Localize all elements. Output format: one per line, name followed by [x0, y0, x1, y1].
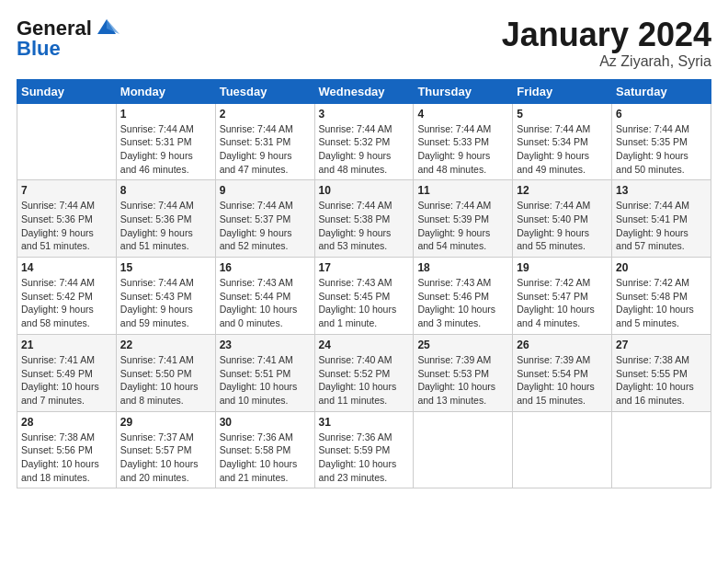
calendar-cell: 13Sunrise: 7:44 AMSunset: 5:41 PMDayligh…	[612, 180, 711, 258]
day-info: Sunrise: 7:44 AMSunset: 5:42 PMDaylight:…	[21, 277, 95, 328]
calendar-cell: 31Sunrise: 7:36 AMSunset: 5:59 PMDayligh…	[314, 411, 414, 488]
day-info: Sunrise: 7:43 AMSunset: 5:46 PMDaylight:…	[417, 277, 495, 328]
day-number: 6	[616, 108, 707, 121]
day-number: 19	[517, 261, 608, 274]
day-info: Sunrise: 7:44 AMSunset: 5:41 PMDaylight:…	[616, 200, 689, 251]
day-number: 7	[21, 184, 112, 197]
calendar-cell: 14Sunrise: 7:44 AMSunset: 5:42 PMDayligh…	[17, 258, 117, 335]
day-number: 22	[120, 339, 211, 351]
day-info: Sunrise: 7:44 AMSunset: 5:33 PMDaylight:…	[417, 123, 491, 175]
calendar-cell: 8Sunrise: 7:44 AMSunset: 5:36 PMDaylight…	[116, 180, 215, 258]
calendar-cell: 19Sunrise: 7:42 AMSunset: 5:47 PMDayligh…	[513, 258, 612, 335]
day-info: Sunrise: 7:36 AMSunset: 5:59 PMDaylight:…	[319, 431, 397, 483]
calendar-cell: 23Sunrise: 7:41 AMSunset: 5:51 PMDayligh…	[215, 334, 314, 411]
day-info: Sunrise: 7:44 AMSunset: 5:36 PMDaylight:…	[21, 200, 95, 251]
calendar-cell: 21Sunrise: 7:41 AMSunset: 5:49 PMDayligh…	[17, 334, 117, 411]
calendar-cell: 7Sunrise: 7:44 AMSunset: 5:36 PMDaylight…	[17, 180, 117, 258]
day-number: 21	[21, 339, 112, 351]
day-info: Sunrise: 7:42 AMSunset: 5:48 PMDaylight:…	[616, 277, 694, 328]
col-header-tuesday: Tuesday	[215, 79, 314, 103]
calendar-cell: 11Sunrise: 7:44 AMSunset: 5:39 PMDayligh…	[414, 180, 513, 258]
day-info: Sunrise: 7:39 AMSunset: 5:54 PMDaylight:…	[517, 354, 595, 406]
day-info: Sunrise: 7:41 AMSunset: 5:49 PMDaylight:…	[21, 354, 99, 406]
calendar-cell: 5Sunrise: 7:44 AMSunset: 5:34 PMDaylight…	[513, 103, 612, 180]
day-info: Sunrise: 7:36 AMSunset: 5:58 PMDaylight:…	[220, 431, 298, 483]
day-info: Sunrise: 7:43 AMSunset: 5:45 PMDaylight:…	[319, 277, 397, 328]
day-number: 13	[616, 184, 707, 197]
day-number: 26	[517, 339, 608, 351]
col-header-wednesday: Wednesday	[314, 79, 414, 103]
day-info: Sunrise: 7:44 AMSunset: 5:40 PMDaylight:…	[517, 200, 590, 251]
day-info: Sunrise: 7:41 AMSunset: 5:50 PMDaylight:…	[120, 354, 199, 406]
day-info: Sunrise: 7:39 AMSunset: 5:53 PMDaylight:…	[417, 354, 495, 406]
day-info: Sunrise: 7:42 AMSunset: 5:47 PMDaylight:…	[517, 277, 595, 328]
calendar-cell	[513, 411, 612, 488]
logo: General Blue	[17, 17, 119, 61]
calendar-cell: 6Sunrise: 7:44 AMSunset: 5:35 PMDaylight…	[612, 103, 711, 180]
calendar-cell: 27Sunrise: 7:38 AMSunset: 5:55 PMDayligh…	[612, 334, 711, 411]
day-number: 18	[417, 261, 508, 274]
calendar-cell	[17, 103, 117, 180]
day-number: 27	[616, 339, 707, 351]
calendar-cell: 3Sunrise: 7:44 AMSunset: 5:32 PMDaylight…	[314, 103, 414, 180]
calendar-cell: 18Sunrise: 7:43 AMSunset: 5:46 PMDayligh…	[414, 258, 513, 335]
day-number: 24	[319, 339, 410, 351]
calendar-cell: 10Sunrise: 7:44 AMSunset: 5:38 PMDayligh…	[314, 180, 414, 258]
calendar-cell: 26Sunrise: 7:39 AMSunset: 5:54 PMDayligh…	[513, 334, 612, 411]
day-info: Sunrise: 7:37 AMSunset: 5:57 PMDaylight:…	[120, 431, 199, 483]
day-number: 20	[616, 261, 707, 274]
calendar-cell: 15Sunrise: 7:44 AMSunset: 5:43 PMDayligh…	[116, 258, 215, 335]
day-number: 5	[517, 108, 608, 121]
calendar-cell: 12Sunrise: 7:44 AMSunset: 5:40 PMDayligh…	[513, 180, 612, 258]
day-info: Sunrise: 7:44 AMSunset: 5:31 PMDaylight:…	[220, 123, 293, 175]
day-number: 31	[319, 416, 410, 429]
day-info: Sunrise: 7:44 AMSunset: 5:32 PMDaylight:…	[319, 123, 392, 175]
day-number: 1	[120, 108, 211, 121]
calendar-cell: 2Sunrise: 7:44 AMSunset: 5:31 PMDaylight…	[215, 103, 314, 180]
day-number: 23	[220, 339, 311, 351]
day-number: 10	[319, 184, 410, 197]
day-info: Sunrise: 7:44 AMSunset: 5:34 PMDaylight:…	[517, 123, 590, 175]
day-number: 28	[21, 416, 112, 429]
day-number: 14	[21, 261, 112, 274]
col-header-friday: Friday	[513, 79, 612, 103]
day-number: 11	[417, 184, 508, 197]
header: General Blue January 2024 Az Ziyarah, Sy…	[17, 17, 711, 70]
calendar-cell: 1Sunrise: 7:44 AMSunset: 5:31 PMDaylight…	[116, 103, 215, 180]
day-number: 4	[417, 108, 508, 121]
day-number: 29	[120, 416, 211, 429]
day-info: Sunrise: 7:44 AMSunset: 5:39 PMDaylight:…	[417, 200, 491, 251]
day-info: Sunrise: 7:44 AMSunset: 5:36 PMDaylight:…	[120, 200, 194, 251]
calendar-cell: 25Sunrise: 7:39 AMSunset: 5:53 PMDayligh…	[414, 334, 513, 411]
col-header-monday: Monday	[116, 79, 215, 103]
day-info: Sunrise: 7:38 AMSunset: 5:56 PMDaylight:…	[21, 431, 99, 483]
col-header-sunday: Sunday	[17, 79, 117, 103]
title-area: January 2024 Az Ziyarah, Syria	[502, 17, 711, 70]
day-number: 15	[120, 261, 211, 274]
day-number: 8	[120, 184, 211, 197]
day-info: Sunrise: 7:44 AMSunset: 5:35 PMDaylight:…	[616, 123, 689, 175]
day-info: Sunrise: 7:38 AMSunset: 5:55 PMDaylight:…	[616, 354, 694, 406]
day-info: Sunrise: 7:44 AMSunset: 5:43 PMDaylight:…	[120, 277, 194, 328]
calendar-cell	[612, 411, 711, 488]
page-container: General Blue January 2024 Az Ziyarah, Sy…	[0, 0, 728, 498]
calendar-cell: 17Sunrise: 7:43 AMSunset: 5:45 PMDayligh…	[314, 258, 414, 335]
logo-blue: Blue	[17, 37, 61, 61]
calendar-cell: 29Sunrise: 7:37 AMSunset: 5:57 PMDayligh…	[116, 411, 215, 488]
location-subtitle: Az Ziyarah, Syria	[502, 53, 711, 70]
day-number: 2	[220, 108, 311, 121]
day-number: 3	[319, 108, 410, 121]
day-number: 16	[220, 261, 311, 274]
calendar-cell: 20Sunrise: 7:42 AMSunset: 5:48 PMDayligh…	[612, 258, 711, 335]
calendar-cell: 4Sunrise: 7:44 AMSunset: 5:33 PMDaylight…	[414, 103, 513, 180]
calendar-cell: 9Sunrise: 7:44 AMSunset: 5:37 PMDaylight…	[215, 180, 314, 258]
day-info: Sunrise: 7:43 AMSunset: 5:44 PMDaylight:…	[220, 277, 298, 328]
col-header-thursday: Thursday	[414, 79, 513, 103]
calendar-cell: 22Sunrise: 7:41 AMSunset: 5:50 PMDayligh…	[116, 334, 215, 411]
calendar-cell: 28Sunrise: 7:38 AMSunset: 5:56 PMDayligh…	[17, 411, 117, 488]
day-info: Sunrise: 7:44 AMSunset: 5:31 PMDaylight:…	[120, 123, 194, 175]
day-info: Sunrise: 7:40 AMSunset: 5:52 PMDaylight:…	[319, 354, 397, 406]
day-number: 30	[220, 416, 311, 429]
day-number: 17	[319, 261, 410, 274]
day-info: Sunrise: 7:44 AMSunset: 5:37 PMDaylight:…	[220, 200, 293, 251]
